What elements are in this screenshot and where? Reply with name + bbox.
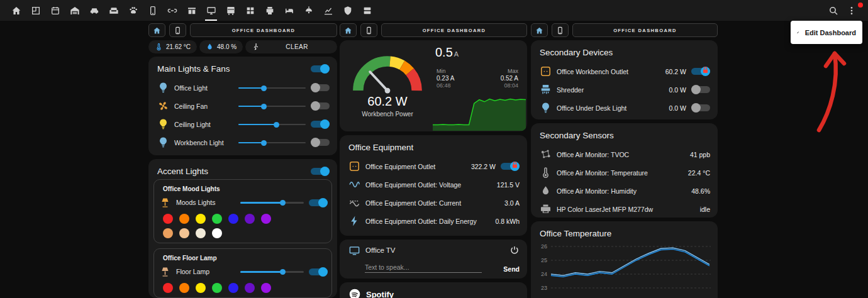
grid-tab[interactable]: [240, 0, 260, 21]
paw-tab[interactable]: [123, 0, 143, 21]
server-tab[interactable]: [357, 0, 377, 21]
light-bulb-icon[interactable]: [157, 136, 169, 148]
car-tab[interactable]: [84, 0, 104, 21]
floor-lamp-icon[interactable]: [159, 266, 171, 278]
light-bulb-icon[interactable]: [157, 118, 169, 130]
light-toggle[interactable]: [311, 119, 330, 129]
color-swatch[interactable]: [212, 214, 222, 224]
color-swatch[interactable]: [212, 283, 222, 293]
brightness-slider[interactable]: [238, 83, 306, 92]
monitor-tab[interactable]: [201, 0, 221, 21]
light-toggle[interactable]: [691, 103, 710, 113]
home-tab[interactable]: [6, 0, 26, 21]
tts-input[interactable]: [365, 262, 482, 273]
light-bulb-icon[interactable]: [540, 102, 552, 114]
link-tab[interactable]: [162, 0, 182, 21]
fan-speed-slider[interactable]: [238, 101, 306, 111]
brightness-slider[interactable]: [238, 119, 306, 129]
color-swatch[interactable]: [179, 228, 189, 238]
home-view-button[interactable]: [531, 23, 548, 37]
water-drop-icon[interactable]: [540, 185, 552, 197]
mobile-view-button[interactable]: [552, 23, 569, 37]
outlet-toggle[interactable]: [501, 162, 520, 171]
brightness-slider[interactable]: [238, 138, 306, 147]
sine-wave-icon[interactable]: [348, 179, 360, 190]
presence-chip[interactable]: CLEAR: [245, 40, 337, 53]
bed-tab[interactable]: [279, 0, 299, 21]
entity-name: Ceiling Light: [174, 121, 233, 128]
secondary-sensors-card: Secondary Sensors Office Air Monitor: TV…: [531, 123, 718, 218]
cellphone-tab[interactable]: [143, 0, 162, 21]
fan-toggle[interactable]: [311, 101, 330, 111]
color-swatch[interactable]: [228, 214, 238, 224]
color-swatch[interactable]: [245, 214, 255, 224]
sofa-tab[interactable]: [104, 0, 123, 21]
brightness-slider[interactable]: [240, 267, 304, 277]
light-toggle[interactable]: [311, 138, 330, 147]
temperature-chip[interactable]: 21.62 °C: [148, 40, 197, 53]
main-lights-master-toggle[interactable]: [311, 64, 330, 74]
lightning-bolt-icon[interactable]: [348, 215, 360, 227]
home-view-button[interactable]: [340, 23, 357, 37]
device-toggle[interactable]: [691, 85, 710, 94]
current-ac-icon[interactable]: [348, 197, 360, 209]
sensor-name: Office Air Monitor: Temperature: [557, 169, 683, 177]
lamp-icon[interactable]: [159, 197, 171, 209]
fan-icon[interactable]: [157, 100, 169, 112]
bus-tab[interactable]: [221, 0, 240, 21]
color-swatch[interactable]: [163, 283, 173, 293]
light-toggle[interactable]: [311, 83, 330, 92]
edit-dashboard-menu-item[interactable]: Edit Dashboard: [791, 21, 862, 44]
light-toggle[interactable]: [309, 198, 328, 207]
color-swatch[interactable]: [163, 214, 173, 224]
color-swatch[interactable]: [261, 283, 271, 293]
accent-lights-master-toggle[interactable]: [311, 167, 330, 176]
sensor-row: Office Air Monitor: Humidity 48.6%: [540, 182, 710, 200]
mobile-view-button[interactable]: [360, 23, 377, 37]
power-value: 0.0 W: [669, 104, 686, 112]
entity-row: Office Workbench Outlet 60.2 W: [540, 62, 710, 80]
fax-tab[interactable]: [260, 0, 279, 21]
color-swatch[interactable]: [196, 283, 206, 293]
sensor-value: 41 ppb: [690, 151, 710, 158]
chart-tab[interactable]: [318, 0, 338, 21]
color-swatch[interactable]: [179, 214, 189, 224]
mobile-view-button[interactable]: [169, 23, 186, 37]
ceiling-light-tab[interactable]: [299, 0, 318, 21]
calendar-tab[interactable]: [45, 0, 65, 21]
office-dashboard-tab[interactable]: OFFICE DASHBOARD: [381, 23, 527, 37]
color-swatch[interactable]: [196, 228, 206, 238]
color-swatch[interactable]: [179, 283, 189, 293]
lock-icon: [701, 66, 709, 74]
printer-icon[interactable]: [540, 203, 552, 215]
office-dashboard-tab[interactable]: OFFICE DASHBOARD: [572, 23, 718, 37]
shredder-icon[interactable]: [540, 84, 552, 96]
color-swatch[interactable]: [245, 283, 255, 293]
outlet-toggle[interactable]: [691, 67, 710, 76]
color-swatch[interactable]: [261, 214, 271, 224]
countertop-tab[interactable]: [182, 0, 201, 21]
color-swatch[interactable]: [212, 228, 222, 238]
floorplan-tab[interactable]: [26, 0, 45, 21]
molecule-icon[interactable]: [540, 148, 552, 160]
overflow-menu-icon[interactable]: [847, 6, 857, 16]
shield-tab[interactable]: [338, 0, 357, 21]
color-swatch[interactable]: [163, 228, 173, 238]
search-icon[interactable]: [828, 6, 838, 16]
brightness-slider[interactable]: [240, 198, 304, 207]
paw-icon: [128, 6, 138, 16]
home-view-button[interactable]: [148, 23, 165, 37]
light-bulb-icon[interactable]: [157, 82, 169, 94]
color-swatch[interactable]: [228, 283, 238, 293]
garage-tab[interactable]: [65, 0, 84, 21]
color-swatch[interactable]: [196, 214, 206, 224]
light-toggle[interactable]: [309, 267, 328, 277]
power-button-icon[interactable]: [509, 245, 520, 255]
tv-icon[interactable]: [348, 245, 360, 257]
thermometer-icon[interactable]: [540, 167, 552, 179]
outlet-icon[interactable]: [540, 65, 552, 77]
outlet-icon[interactable]: [348, 160, 360, 172]
humidity-chip[interactable]: 48.0 %: [199, 40, 243, 53]
office-dashboard-tab[interactable]: OFFICE DASHBOARD: [190, 23, 337, 37]
send-button[interactable]: Send: [503, 265, 520, 273]
